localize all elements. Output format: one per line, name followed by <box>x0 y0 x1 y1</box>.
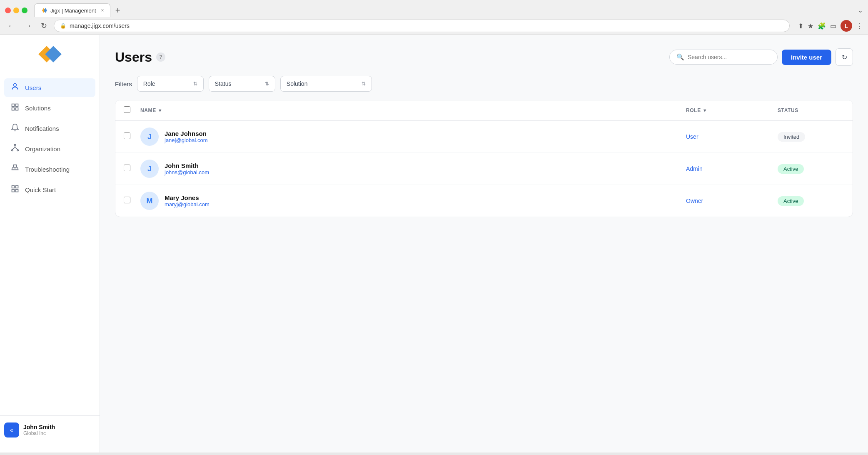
footer-user-org: Global Inc <box>23 430 55 436</box>
avatar: J <box>140 128 159 146</box>
lock-icon: 🔒 <box>60 23 66 29</box>
sidebar-item-users[interactable]: Users <box>4 78 95 97</box>
sidebar-item-quickstart[interactable]: Quick Start <box>4 180 95 199</box>
user-email[interactable]: maryj@global.com <box>165 201 210 208</box>
maximize-traffic-light[interactable] <box>22 8 27 13</box>
users-icon <box>10 82 20 93</box>
sidebar-nav: Users Solutions Notifica <box>0 78 100 415</box>
refresh-button[interactable]: ↻ <box>836 48 853 66</box>
row-checkbox[interactable] <box>124 132 130 139</box>
role-filter-label: Role <box>143 80 155 87</box>
browser-actions: ⬆ ★ 🧩 ▭ L ⋮ <box>798 20 863 32</box>
svg-line-12 <box>15 147 18 150</box>
svg-point-9 <box>17 150 18 151</box>
status-cell: Active <box>778 196 844 206</box>
user-cell: J Jane Johnson janej@global.com <box>140 128 686 146</box>
sidebar-item-organization-label: Organization <box>25 145 60 152</box>
table-row: M Mary Jones maryj@global.com Owner Acti… <box>115 185 853 217</box>
browser-menu[interactable]: ⌄ <box>858 6 863 14</box>
status-badge: Active <box>778 164 804 174</box>
svg-rect-4 <box>16 104 18 107</box>
sidebar-item-organization[interactable]: Organization <box>4 140 95 158</box>
footer-user-name: John Smith <box>23 424 55 430</box>
url-bar[interactable]: 🔒 manage.jigx.com/users <box>54 20 790 32</box>
sidebar-item-quickstart-label: Quick Start <box>25 186 56 193</box>
tab-bar: Jigx | Management × + ⌄ <box>0 0 868 17</box>
role-cell: Owner <box>686 197 778 205</box>
address-bar: ← → ↻ 🔒 manage.jigx.com/users ⬆ ★ 🧩 ▭ L … <box>0 17 868 35</box>
browser-chrome: Jigx | Management × + ⌄ ← → ↻ 🔒 manage.j… <box>0 0 868 35</box>
select-all-checkbox[interactable] <box>124 106 130 113</box>
role-filter[interactable]: Role ⇅ <box>137 76 204 92</box>
sidebar: Users Solutions Notifica <box>0 35 100 452</box>
new-tab-button[interactable]: + <box>112 6 124 15</box>
role-value: Owner <box>686 198 703 204</box>
status-filter-arrow: ⇅ <box>265 81 269 87</box>
invite-user-button[interactable]: Invite user <box>782 50 831 65</box>
user-email[interactable]: janej@global.com <box>165 137 208 143</box>
role-cell: Admin <box>686 165 778 172</box>
sidebar-toggle-button[interactable]: ▭ <box>830 22 836 30</box>
user-details: Jane Johnson janej@global.com <box>165 130 208 143</box>
footer-user-info: John Smith Global Inc <box>23 424 55 436</box>
help-icon[interactable]: ? <box>156 52 165 62</box>
search-input[interactable] <box>688 54 771 60</box>
row-checkbox-cell <box>124 197 140 205</box>
sidebar-item-notifications[interactable]: Notifications <box>4 119 95 138</box>
user-details: John Smith johns@global.com <box>165 162 209 175</box>
solution-filter-label: Solution <box>287 80 308 87</box>
bookmark-button[interactable]: ★ <box>808 22 813 30</box>
tab-close-button[interactable]: × <box>101 8 104 13</box>
organization-icon <box>10 144 20 154</box>
active-tab[interactable]: Jigx | Management × <box>34 3 110 17</box>
status-filter[interactable]: Status ⇅ <box>209 76 275 92</box>
header-actions: 🔍 Invite user ↻ <box>669 48 853 66</box>
minimize-traffic-light[interactable] <box>13 8 19 13</box>
profile-button[interactable]: L <box>841 20 852 32</box>
col-header-role[interactable]: ROLE ▼ <box>686 108 778 113</box>
role-sort-arrow: ▼ <box>703 108 708 113</box>
row-checkbox-cell <box>124 165 140 173</box>
refresh-icon: ↻ <box>842 53 847 61</box>
svg-rect-17 <box>16 190 18 192</box>
extensions-button[interactable]: 🧩 <box>818 22 826 30</box>
col-header-name[interactable]: NAME ▼ <box>140 108 686 113</box>
sidebar-logo <box>0 43 100 78</box>
close-traffic-light[interactable] <box>5 8 11 13</box>
sidebar-item-users-label: Users <box>25 84 41 91</box>
user-name: Mary Jones <box>165 194 210 201</box>
user-email[interactable]: johns@global.com <box>165 169 209 175</box>
sidebar-item-solutions[interactable]: Solutions <box>4 99 95 118</box>
forward-button[interactable]: → <box>22 20 34 32</box>
share-button[interactable]: ⬆ <box>798 22 803 30</box>
avatar: J <box>140 160 159 178</box>
collapse-icon: « <box>10 427 13 433</box>
browser-menu-button[interactable]: ⋮ <box>856 22 863 30</box>
search-icon: 🔍 <box>676 53 684 61</box>
status-badge: Active <box>778 196 804 206</box>
user-name: Jane Johnson <box>165 130 208 137</box>
row-checkbox[interactable] <box>124 197 130 203</box>
search-box[interactable]: 🔍 <box>669 50 778 65</box>
page-title-group: Users ? <box>115 50 165 65</box>
svg-line-11 <box>12 147 15 150</box>
user-cell: M Mary Jones maryj@global.com <box>140 192 686 210</box>
app-container: Users Solutions Notifica <box>0 35 868 452</box>
svg-rect-14 <box>12 186 15 188</box>
user-name: John Smith <box>165 162 209 169</box>
avatar: M <box>140 192 159 210</box>
back-button[interactable]: ← <box>5 20 17 32</box>
solution-filter[interactable]: Solution ⇅ <box>280 76 372 92</box>
status-cell: Active <box>778 164 844 174</box>
table-header: NAME ▼ ROLE ▼ STATUS <box>115 100 853 121</box>
page-title: Users <box>115 50 152 65</box>
sidebar-item-troubleshooting[interactable]: Troubleshooting <box>4 160 95 179</box>
col-header-status: STATUS <box>778 108 844 113</box>
filters-row: Filters Role ⇅ Status ⇅ Solution ⇅ <box>115 76 853 92</box>
row-checkbox[interactable] <box>124 165 130 171</box>
table-row: J Jane Johnson janej@global.com User Inv… <box>115 121 853 153</box>
collapse-sidebar-button[interactable]: « <box>4 422 19 438</box>
solutions-icon <box>10 103 20 113</box>
sidebar-item-solutions-label: Solutions <box>25 105 51 112</box>
reload-button[interactable]: ↻ <box>38 20 50 32</box>
